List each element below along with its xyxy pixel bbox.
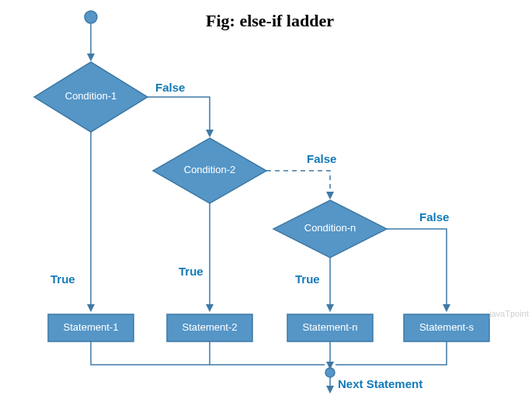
- label-cond2-true: True: [179, 265, 203, 278]
- watermark: javaTpoint: [489, 309, 529, 318]
- condition-1-label: Condition-1: [65, 90, 117, 102]
- start-node: [85, 11, 97, 23]
- condition-2-label: Condition-2: [184, 164, 236, 175]
- next-statement-label: Next Statement: [338, 377, 422, 390]
- merge-junction: [325, 368, 335, 377]
- edge-stmt1-merge: [91, 341, 325, 365]
- label-condn-true: True: [295, 272, 320, 286]
- label-cond1-true: True: [50, 272, 75, 286]
- edge-cond2-false-dashed: [266, 171, 330, 198]
- condition-n-label: Condition-n: [304, 222, 356, 234]
- edge-cond1-false: [148, 97, 210, 136]
- edge-stmts-merge: [336, 341, 447, 365]
- label-condn-false: False: [419, 210, 449, 224]
- statement-s-label: Statement-s: [419, 321, 475, 333]
- label-cond1-false: False: [155, 81, 185, 94]
- edge-condn-false: [387, 229, 447, 310]
- label-cond2-false: False: [307, 152, 336, 165]
- statement-n-label: Statement-n: [303, 321, 358, 333]
- statement-1-label: Statement-1: [64, 321, 119, 333]
- statement-2-label: Statement-2: [183, 321, 238, 333]
- diagram-title: Fig: else-if ladder: [206, 11, 334, 30]
